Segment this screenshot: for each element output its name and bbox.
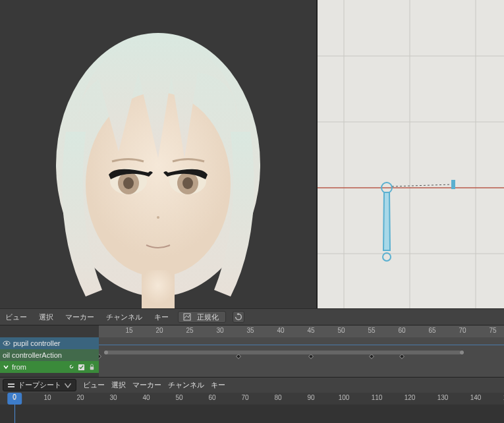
eye-icon: [3, 339, 11, 347]
ruler-tick: 75: [489, 327, 496, 334]
graph-editor: pupil controller oil controllerAction fr…: [0, 325, 504, 377]
svg-rect-22: [184, 314, 190, 320]
timeline-playhead[interactable]: [14, 405, 15, 423]
dopesheet-icon: [7, 381, 15, 389]
dopesheet-header: ドープシート ビュー 選択 マーカー チャンネル キー: [0, 377, 504, 393]
ruler-tick: 0: [13, 394, 16, 401]
menu-channel[interactable]: チャンネル: [168, 380, 204, 390]
ruler-tick: 50: [175, 394, 182, 401]
menu-marker[interactable]: マーカー: [63, 311, 97, 324]
lock-icon[interactable]: [87, 362, 96, 372]
ruler-tick: 20: [76, 394, 84, 401]
ruler-tick: 15: [125, 327, 132, 334]
ruler-tick: 30: [216, 327, 223, 334]
chevron-down-icon: [64, 381, 72, 389]
ruler-tick: 90: [307, 394, 314, 401]
normalize-toggle[interactable]: 正規化: [178, 311, 226, 323]
menu-view[interactable]: ビュー: [83, 380, 105, 390]
graph-ruler[interactable]: 15202530354045505560657075: [99, 325, 504, 337]
menu-key[interactable]: キー: [211, 380, 225, 390]
scrollbar-thumb[interactable]: [105, 351, 461, 354]
ruler-tick: 80: [274, 394, 281, 401]
ruler-tick: 60: [398, 327, 405, 334]
timeline-ruler[interactable]: 0 0102030405060708090100110120130140150: [0, 393, 504, 405]
ruler-tick: 40: [277, 327, 284, 334]
wrench-icon[interactable]: [66, 362, 75, 372]
menu-key[interactable]: キー: [152, 311, 171, 324]
svg-rect-27: [8, 383, 14, 385]
channel-from-label: from: [12, 363, 63, 371]
graph-scrollbar[interactable]: [99, 351, 504, 356]
svg-rect-26: [90, 366, 94, 370]
ruler-tick: 35: [246, 327, 254, 334]
ruler-tick: 30: [109, 394, 117, 401]
ruler-tick: 55: [368, 327, 375, 334]
channel-summary[interactable]: pupil controller: [0, 337, 99, 349]
editor-type-select[interactable]: ドープシート: [3, 379, 76, 391]
ruler-tick: 25: [186, 327, 193, 334]
channel-action[interactable]: oil controllerAction: [0, 349, 99, 361]
svg-line-20: [392, 184, 451, 186]
svg-point-7: [182, 177, 193, 189]
scrollbar-handle-left[interactable]: [104, 351, 108, 354]
ruler-tick: 10: [43, 394, 51, 401]
svg-rect-21: [451, 180, 455, 189]
ruler-tick: 140: [470, 394, 482, 401]
graph-editor-header: ビュー 選択 マーカー チャンネル キー 正規化: [0, 308, 504, 325]
ruler-tick: 45: [307, 327, 314, 334]
channel-list: pupil controller oil controllerAction fr…: [0, 325, 99, 377]
svg-point-19: [383, 253, 391, 261]
svg-rect-28: [8, 386, 14, 387]
editor-type-label: ドープシート: [18, 380, 61, 390]
chevron-down-icon: [3, 364, 9, 370]
channel-summary-label: pupil controller: [13, 339, 96, 347]
ruler-tick: 100: [339, 394, 350, 401]
channel-from[interactable]: from: [0, 361, 99, 373]
menu-select[interactable]: 選択: [36, 311, 56, 324]
ruler-tick: 40: [142, 394, 150, 401]
checkbox-icon[interactable]: [76, 362, 86, 372]
ruler-tick: 20: [155, 327, 163, 334]
menu-select[interactable]: 選択: [111, 380, 126, 390]
ruler-tick: 70: [241, 394, 248, 401]
auto-normalize-icon[interactable]: [233, 311, 244, 323]
timeline[interactable]: 0 0102030405060708090100110120130140150: [0, 393, 504, 423]
menu-marker[interactable]: マーカー: [132, 380, 161, 390]
viewport-3d[interactable]: [0, 0, 316, 308]
ruler-tick: 130: [437, 394, 449, 401]
ruler-tick: 65: [428, 327, 435, 334]
normalize-label: 正規化: [194, 311, 221, 324]
ruler-tick: 120: [405, 394, 416, 401]
graph-canvas[interactable]: 15202530354045505560657075: [99, 325, 504, 377]
viewport-secondary[interactable]: [316, 0, 504, 308]
svg-point-24: [6, 343, 8, 345]
channel-action-label: oil controllerAction: [3, 351, 96, 359]
menu-channel[interactable]: チャンネル: [103, 311, 145, 324]
ruler-tick: 60: [208, 394, 215, 401]
menu-view[interactable]: ビュー: [3, 311, 30, 324]
bone-display[interactable]: [381, 180, 455, 261]
scrollbar-handle-right[interactable]: [460, 351, 464, 354]
svg-point-4: [123, 177, 134, 189]
svg-rect-9: [142, 270, 175, 308]
svg-point-8: [157, 216, 159, 219]
ruler-tick: 70: [459, 327, 466, 334]
ruler-tick: 110: [372, 394, 383, 401]
ruler-tick: 50: [337, 327, 345, 334]
